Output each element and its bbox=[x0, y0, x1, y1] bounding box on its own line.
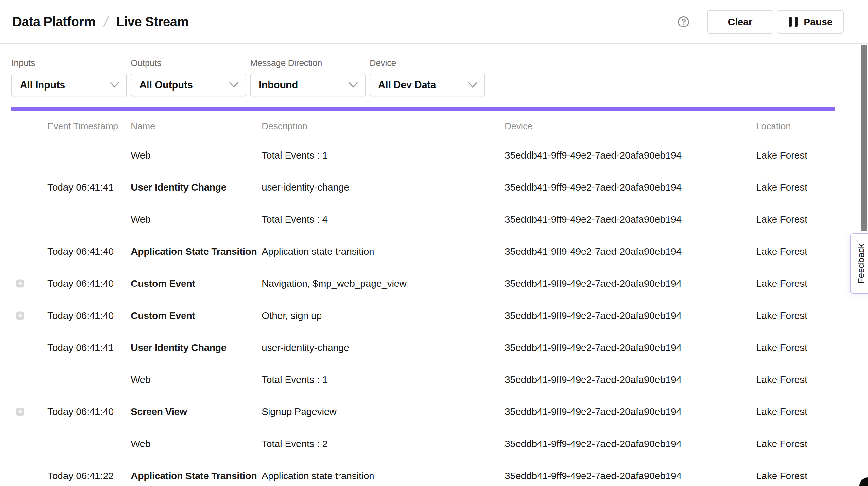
cell-location: Lake Forest bbox=[756, 246, 807, 257]
expand-row-button[interactable] bbox=[16, 312, 24, 320]
breadcrumb: Data Platform / Live Stream bbox=[12, 14, 189, 30]
column-header-description: Description bbox=[261, 121, 307, 131]
filters-bar: Inputs All Inputs Outputs All Outputs Me… bbox=[0, 44, 868, 96]
filter-label-message-direction: Message Direction bbox=[250, 58, 366, 68]
filter-dropdown-message-direction[interactable]: Inbound bbox=[250, 73, 366, 96]
filter-dropdown-device[interactable]: All Dev Data bbox=[370, 73, 485, 96]
cell-device: 35eddb41-9ff9-49e2-7aed-20afa90eb194 bbox=[505, 214, 682, 225]
column-header-location: Location bbox=[756, 121, 791, 131]
feedback-tab-label: Feedback bbox=[856, 243, 866, 283]
table-header-row: Event Timestamp Name Description Device … bbox=[11, 111, 835, 139]
table-row: Today 06:41:40 Screen View Signup Pagevi… bbox=[11, 396, 835, 428]
cell-device: 35eddb41-9ff9-49e2-7aed-20afa90eb194 bbox=[505, 246, 682, 257]
expand-toggle-cell bbox=[16, 312, 24, 320]
header-actions: Clear Pause bbox=[678, 10, 844, 34]
breadcrumb-data-platform[interactable]: Data Platform bbox=[12, 14, 95, 29]
cell-name: User Identity Change bbox=[131, 342, 226, 353]
feedback-tab[interactable]: Feedback bbox=[850, 233, 868, 294]
cell-name: Custom Event bbox=[131, 310, 195, 321]
cell-description: Signup Pageview bbox=[261, 406, 337, 417]
cell-device: 35eddb41-9ff9-49e2-7aed-20afa90eb194 bbox=[505, 278, 682, 289]
cell-description: Total Events : 4 bbox=[261, 214, 328, 225]
table-body: Web Total Events : 1 35eddb41-9ff9-49e2-… bbox=[11, 139, 835, 486]
accent-divider bbox=[11, 107, 835, 111]
column-header-device: Device bbox=[505, 121, 533, 131]
cell-description: Other, sign up bbox=[261, 310, 322, 321]
table-row: Web Total Events : 2 35eddb41-9ff9-49e2-… bbox=[11, 428, 835, 460]
cell-name: Screen View bbox=[131, 406, 187, 417]
table-row: Today 06:41:40 Application State Transit… bbox=[11, 236, 835, 268]
filter-group-inputs: Inputs All Inputs bbox=[11, 58, 127, 96]
filter-value-device: All Dev Data bbox=[378, 79, 436, 91]
events-table: Event Timestamp Name Description Device … bbox=[11, 111, 835, 486]
cell-location: Lake Forest bbox=[756, 214, 807, 225]
cell-device: 35eddb41-9ff9-49e2-7aed-20afa90eb194 bbox=[505, 310, 682, 321]
table-row: Today 06:41:22 Application State Transit… bbox=[11, 460, 835, 486]
expand-row-button[interactable] bbox=[16, 408, 24, 416]
filter-group-device: Device All Dev Data bbox=[370, 58, 485, 96]
cell-location: Lake Forest bbox=[756, 182, 807, 193]
cell-name: Application State Transition bbox=[131, 470, 257, 481]
cell-device: 35eddb41-9ff9-49e2-7aed-20afa90eb194 bbox=[505, 182, 682, 193]
cell-description: Application state transition bbox=[261, 470, 374, 481]
expand-row-button[interactable] bbox=[16, 280, 24, 288]
filter-value-inputs: All Inputs bbox=[20, 79, 65, 91]
cell-name: Application State Transition bbox=[131, 246, 257, 257]
column-header-event-timestamp: Event Timestamp bbox=[48, 121, 118, 131]
filter-label-device: Device bbox=[370, 58, 485, 68]
vertical-scrollbar-thumb[interactable] bbox=[861, 45, 867, 231]
cell-device: 35eddb41-9ff9-49e2-7aed-20afa90eb194 bbox=[505, 406, 682, 417]
filter-group-message-direction: Message Direction Inbound bbox=[250, 58, 366, 96]
table-row: Web Total Events : 1 35eddb41-9ff9-49e2-… bbox=[11, 139, 835, 171]
filter-dropdown-outputs[interactable]: All Outputs bbox=[131, 73, 246, 96]
cell-name: Web bbox=[131, 150, 151, 161]
cell-location: Lake Forest bbox=[756, 310, 807, 321]
cell-event-timestamp: Today 06:41:40 bbox=[48, 310, 114, 321]
cell-description: Total Events : 1 bbox=[261, 150, 328, 161]
cell-name: Web bbox=[131, 374, 151, 385]
cell-location: Lake Forest bbox=[756, 278, 807, 289]
filter-value-outputs: All Outputs bbox=[139, 79, 193, 91]
cell-event-timestamp: Today 06:41:40 bbox=[48, 406, 114, 417]
cell-name: Web bbox=[131, 438, 151, 449]
breadcrumb-live-stream: Live Stream bbox=[116, 14, 188, 29]
cell-location: Lake Forest bbox=[756, 438, 807, 449]
pause-button[interactable]: Pause bbox=[778, 10, 844, 34]
cell-device: 35eddb41-9ff9-49e2-7aed-20afa90eb194 bbox=[505, 342, 682, 353]
help-icon[interactable] bbox=[678, 17, 689, 28]
cell-device: 35eddb41-9ff9-49e2-7aed-20afa90eb194 bbox=[505, 374, 682, 385]
cell-location: Lake Forest bbox=[756, 374, 807, 385]
cell-device: 35eddb41-9ff9-49e2-7aed-20afa90eb194 bbox=[505, 470, 682, 481]
table-row: Today 06:41:40 Custom Event Navigation, … bbox=[11, 268, 835, 300]
cell-name: User Identity Change bbox=[131, 182, 226, 193]
expand-toggle-cell bbox=[16, 280, 24, 288]
filter-value-message-direction: Inbound bbox=[259, 79, 298, 91]
cell-event-timestamp: Today 06:41:40 bbox=[48, 246, 114, 257]
cell-name: Web bbox=[131, 214, 151, 225]
expand-toggle-cell bbox=[16, 408, 24, 416]
cell-description: user-identity-change bbox=[261, 342, 349, 353]
cell-event-timestamp: Today 06:41:41 bbox=[48, 342, 114, 353]
live-stream-page: Data Platform / Live Stream Clear Pause … bbox=[0, 0, 868, 486]
cell-event-timestamp: Today 06:41:41 bbox=[48, 182, 114, 193]
pause-button-label: Pause bbox=[804, 17, 832, 28]
chat-launcher-partial[interactable] bbox=[860, 478, 868, 486]
column-header-name: Name bbox=[131, 121, 155, 131]
filter-label-outputs: Outputs bbox=[131, 58, 246, 68]
cell-description: Application state transition bbox=[261, 246, 374, 257]
filter-label-inputs: Inputs bbox=[11, 58, 127, 68]
chevron-down-icon bbox=[468, 82, 477, 88]
table-row: Today 06:41:41 User Identity Change user… bbox=[11, 171, 835, 204]
cell-description: Total Events : 2 bbox=[261, 438, 328, 449]
cell-location: Lake Forest bbox=[756, 470, 807, 481]
clear-button[interactable]: Clear bbox=[707, 10, 773, 34]
filter-dropdown-inputs[interactable]: All Inputs bbox=[11, 73, 127, 96]
pause-icon bbox=[789, 17, 798, 27]
table-row: Today 06:41:41 User Identity Change user… bbox=[11, 332, 835, 364]
chevron-down-icon bbox=[229, 82, 239, 88]
cell-event-timestamp: Today 06:41:22 bbox=[48, 470, 114, 481]
table-row: Web Total Events : 1 35eddb41-9ff9-49e2-… bbox=[11, 364, 835, 396]
table-row: Today 06:41:40 Custom Event Other, sign … bbox=[11, 300, 835, 332]
cell-device: 35eddb41-9ff9-49e2-7aed-20afa90eb194 bbox=[505, 150, 682, 161]
cell-description: Navigation, $mp_web_page_view bbox=[261, 278, 406, 289]
